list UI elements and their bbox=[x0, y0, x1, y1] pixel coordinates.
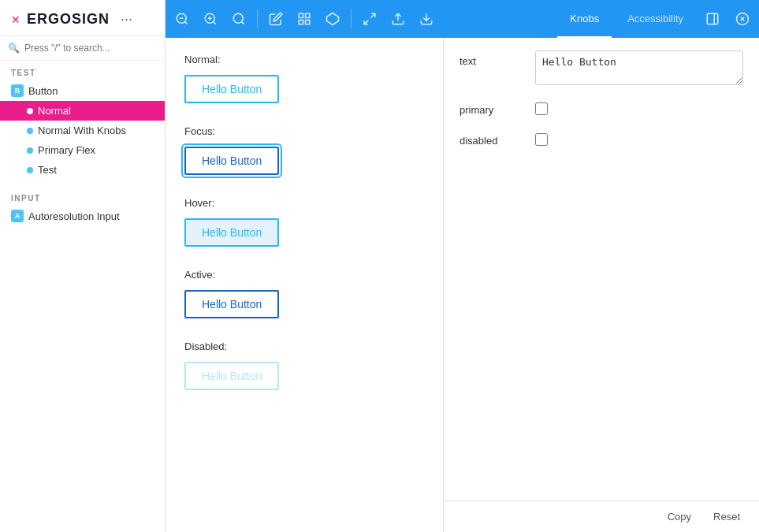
svg-line-14 bbox=[371, 13, 375, 17]
download-button[interactable] bbox=[413, 7, 440, 31]
section-header-test: TEST bbox=[0, 61, 165, 80]
knob-label-text: text bbox=[459, 50, 523, 67]
svg-rect-12 bbox=[299, 20, 303, 24]
grid-button[interactable] bbox=[291, 7, 318, 31]
section-header-input: INPUT bbox=[0, 186, 165, 206]
nav-dot-normal-knobs bbox=[27, 128, 33, 134]
button-disabled: Hello Button bbox=[184, 362, 279, 390]
label-hover: Hover: bbox=[184, 197, 424, 209]
upload-button[interactable] bbox=[385, 7, 411, 31]
tab-knobs[interactable]: Knobs bbox=[557, 0, 612, 38]
svg-marker-13 bbox=[327, 13, 339, 25]
sidebar: ✕ ERGOSIGN ··· 🔍 TEST B Button Normal No… bbox=[0, 0, 166, 532]
knob-label-primary: primary bbox=[459, 99, 523, 116]
group-button[interactable]: B Button bbox=[0, 80, 165, 101]
toolbar-divider-1 bbox=[257, 9, 258, 28]
knobs-content: text Hello Button primary disabled bbox=[444, 38, 759, 500]
preview-panel: Normal: Hello Button Focus: Hello Button… bbox=[166, 38, 444, 532]
nav-dot-normal bbox=[27, 108, 33, 114]
toolbar-divider-2 bbox=[351, 9, 352, 28]
panel-toggle-button[interactable] bbox=[699, 7, 726, 31]
reset-button[interactable]: Reset bbox=[707, 508, 746, 526]
toolbar: Knobs Accessibility bbox=[166, 0, 759, 38]
group-button-label: Button bbox=[28, 85, 58, 97]
button-normal[interactable]: Hello Button bbox=[184, 75, 279, 103]
nav-dot-test bbox=[27, 167, 33, 173]
svg-rect-11 bbox=[306, 20, 310, 24]
svg-line-8 bbox=[241, 21, 244, 24]
component-button[interactable] bbox=[319, 7, 346, 31]
more-button[interactable]: ··· bbox=[116, 9, 137, 29]
group-auto-label: Autoresolution Input bbox=[28, 210, 120, 222]
edit-button[interactable] bbox=[262, 7, 289, 31]
bottom-bar: Copy Reset bbox=[444, 500, 759, 532]
copy-button[interactable]: Copy bbox=[661, 508, 698, 526]
tab-accessibility[interactable]: Accessibility bbox=[615, 0, 696, 38]
svg-rect-18 bbox=[707, 13, 718, 24]
knob-row-primary: primary bbox=[459, 99, 743, 116]
group-button-icon: B bbox=[11, 84, 24, 97]
label-disabled: Disabled: bbox=[184, 340, 424, 352]
svg-rect-9 bbox=[299, 13, 303, 17]
close-icon[interactable]: ✕ bbox=[11, 13, 20, 26]
toolbar-right: Knobs Accessibility bbox=[557, 0, 756, 38]
knob-row-text: text Hello Button bbox=[459, 50, 743, 85]
nav-label-primary-flex: Primary Flex bbox=[38, 144, 95, 156]
label-normal: Normal: bbox=[184, 54, 424, 65]
story-normal: Normal: Hello Button bbox=[184, 54, 424, 103]
label-active: Active: bbox=[184, 269, 424, 281]
svg-line-15 bbox=[364, 20, 368, 24]
fullscreen-button[interactable] bbox=[356, 7, 383, 31]
group-auto-icon: A bbox=[11, 210, 24, 222]
nav-item-normal[interactable]: Normal bbox=[0, 101, 165, 121]
button-active[interactable]: Hello Button bbox=[184, 290, 279, 318]
knob-checkbox-primary[interactable] bbox=[535, 102, 548, 115]
zoom-out-button[interactable] bbox=[169, 7, 195, 31]
button-hover[interactable]: Hello Button bbox=[184, 218, 279, 247]
nav-item-test[interactable]: Test bbox=[0, 160, 165, 180]
nav-label-normal-knobs: Normal With Knobs bbox=[38, 125, 126, 136]
story-active: Active: Hello Button bbox=[184, 269, 424, 318]
section-test: TEST B Button Normal Normal With Knobs P… bbox=[0, 61, 165, 180]
section-input: INPUT A Autoresolution Input bbox=[0, 186, 165, 226]
nav-dot-primary-flex bbox=[27, 147, 33, 154]
main-area: Knobs Accessibility Normal: Hello Button… bbox=[166, 0, 759, 532]
nav-item-normal-knobs[interactable]: Normal With Knobs bbox=[0, 121, 165, 140]
story-disabled: Disabled: Hello Button bbox=[184, 340, 424, 390]
search-icon: 🔍 bbox=[8, 43, 20, 54]
button-focus[interactable]: Hello Button bbox=[184, 147, 279, 175]
nav-label-normal: Normal bbox=[38, 105, 71, 117]
knob-label-disabled: disabled bbox=[459, 130, 523, 147]
knob-checkbox-disabled[interactable] bbox=[535, 133, 548, 146]
zoom-in-button[interactable] bbox=[197, 7, 224, 31]
group-autoresolution[interactable]: A Autoresolution Input bbox=[0, 206, 165, 226]
story-focus: Focus: Hello Button bbox=[184, 125, 424, 175]
content-area: Normal: Hello Button Focus: Hello Button… bbox=[166, 38, 759, 532]
search-area: 🔍 bbox=[0, 36, 165, 61]
logo-text: ERGOSIGN bbox=[27, 11, 110, 28]
svg-line-1 bbox=[184, 21, 187, 24]
svg-rect-10 bbox=[306, 13, 310, 17]
story-hover: Hover: Hello Button bbox=[184, 197, 424, 247]
svg-point-7 bbox=[233, 13, 243, 23]
knobs-panel: text Hello Button primary disabled Copy … bbox=[444, 38, 759, 532]
label-focus: Focus: bbox=[184, 125, 424, 137]
knob-input-text[interactable]: Hello Button bbox=[535, 50, 743, 85]
logo-area: ✕ ERGOSIGN ··· bbox=[0, 0, 165, 36]
nav-label-test: Test bbox=[38, 164, 57, 176]
search-input[interactable] bbox=[24, 43, 157, 54]
zoom-reset-button[interactable] bbox=[225, 7, 252, 31]
nav-item-primary-flex[interactable]: Primary Flex bbox=[0, 140, 165, 160]
svg-line-4 bbox=[213, 21, 215, 24]
knob-row-disabled: disabled bbox=[459, 130, 743, 147]
close-panel-button[interactable] bbox=[729, 7, 756, 31]
